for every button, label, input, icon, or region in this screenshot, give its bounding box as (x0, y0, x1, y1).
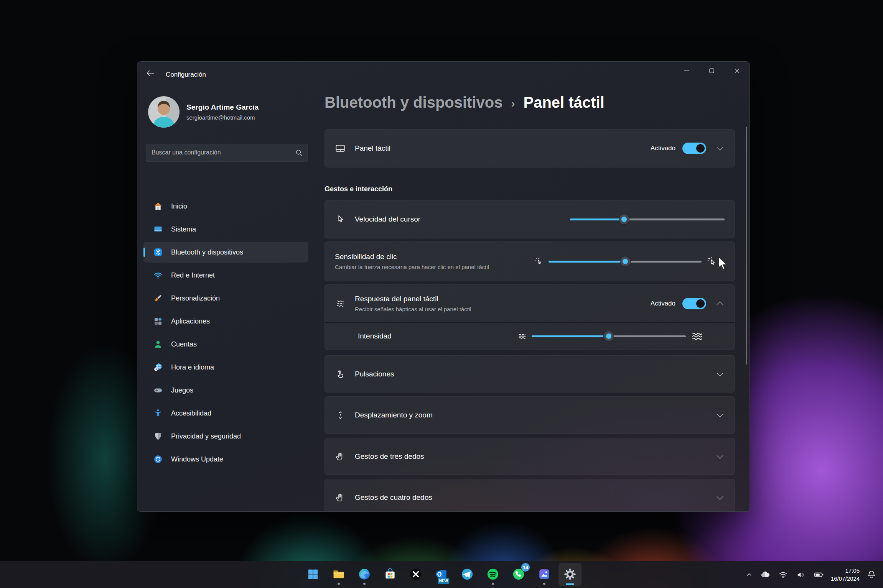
settings-button[interactable] (558, 563, 582, 586)
clock[interactable]: 17:05 16/07/2024 (831, 567, 860, 583)
user-email: sergioartime@hotmail.com (186, 114, 259, 121)
close-button[interactable] (724, 62, 750, 79)
chevron-down-icon (717, 411, 723, 417)
sidebar-item-cuentas[interactable]: Cuentas (143, 334, 308, 355)
file-explorer-button[interactable] (327, 563, 350, 586)
notification-bell-dnd-icon[interactable]: z (865, 568, 878, 581)
sidebar-item-privacidad-y-seguridad[interactable]: Privacidad y seguridad (143, 426, 308, 447)
haptics-status: Activado (651, 300, 675, 307)
sidebar-item-aplicaciones[interactable]: Aplicaciones (143, 311, 308, 332)
battery-icon[interactable] (812, 568, 825, 581)
search-box[interactable] (146, 144, 308, 161)
chevron-up-icon (717, 301, 723, 308)
time-language-icon (153, 363, 163, 372)
four-finger-expand-button[interactable] (715, 493, 725, 502)
telegram-icon (461, 568, 474, 581)
chevron-down-icon (717, 370, 723, 376)
cursor-speed-slider-thumb[interactable] (619, 214, 629, 224)
haptics-collapse-button[interactable] (715, 299, 725, 308)
back-button[interactable] (143, 67, 158, 79)
clock-time: 17:05 (831, 567, 860, 575)
spotify-icon (486, 568, 499, 581)
scrollbar[interactable] (746, 127, 747, 365)
photos-button[interactable] (533, 563, 556, 586)
sidebar-item-windows-update[interactable]: Windows Update (143, 449, 308, 470)
volume-icon[interactable] (795, 569, 807, 581)
click-sensitivity-slider-thumb[interactable] (620, 256, 630, 266)
haptics-row: Respuesta del panel táctil Recibir señal… (325, 285, 735, 322)
sidebar-item-accesibilidad[interactable]: Accesibilidad (143, 403, 308, 424)
sidebar-item-inicio[interactable]: Inicio (143, 196, 308, 217)
running-indicator (492, 583, 494, 585)
minimize-button[interactable] (674, 62, 699, 79)
touchpad-master-row: Panel táctil Activado (325, 129, 735, 168)
wifi-icon[interactable] (777, 569, 789, 581)
personalization-brush-icon (153, 294, 163, 303)
spotify-button[interactable] (481, 563, 504, 586)
running-indicator (543, 583, 545, 585)
sidebar-item-hora-e-idioma[interactable]: Hora e idioma (143, 357, 308, 378)
tap-gesture-icon (335, 369, 346, 379)
sidebar-item-bluetooth-y-dispositivos[interactable]: Bluetooth y dispositivos (143, 242, 308, 263)
haptic-waves-icon (335, 298, 346, 309)
settings-content: Panel táctil Activado Gestos e interacci… (325, 129, 735, 512)
sidebar-item-sistema[interactable]: Sistema (143, 219, 308, 240)
intensity-slider[interactable] (532, 335, 686, 337)
microsoft-store-icon (384, 568, 397, 581)
search-input[interactable] (146, 149, 296, 156)
onedrive-icon[interactable] (759, 568, 771, 581)
three-finger-expand-button[interactable] (715, 452, 725, 461)
touchpad-icon (335, 143, 346, 154)
three-finger-label: Gestos de tres dedos (355, 452, 424, 461)
shield-icon (153, 432, 163, 441)
touchpad-expand-button[interactable] (715, 144, 725, 153)
edge-icon (358, 568, 371, 581)
telegram-button[interactable] (456, 563, 479, 586)
haptics-toggle[interactable] (682, 298, 706, 309)
four-finger-row[interactable]: Gestos de cuatro dedos (325, 479, 735, 512)
sidebar-nav: Inicio Sistema Bluetooth y dispositivos (143, 196, 308, 470)
touchpad-toggle[interactable] (682, 143, 706, 154)
whatsapp-button[interactable]: 14 (507, 563, 530, 586)
cursor-icon (335, 214, 346, 224)
intensity-row: Intensidad (325, 323, 735, 350)
minimize-icon (684, 68, 689, 73)
scroll-zoom-row[interactable]: Desplazamiento y zoom (325, 396, 735, 434)
haptics-subtitle: Recibir señales hápticas al usar el pane… (355, 306, 471, 312)
microsoft-store-button[interactable] (379, 563, 402, 586)
chevron-up-icon (746, 572, 752, 578)
click-sensitivity-row: Sensibilidad de clic Cambiar la fuerza n… (325, 241, 735, 281)
running-indicator (338, 583, 340, 585)
maximize-button[interactable] (699, 62, 724, 79)
hidden-icons-chevron[interactable] (745, 570, 753, 579)
click-sensitivity-slider[interactable] (549, 261, 702, 263)
sidebar-item-red-e-internet[interactable]: Red e Internet (143, 265, 308, 286)
taskbar: NEW 14 (0, 561, 883, 588)
user-name: Sergio Artime García (186, 103, 259, 112)
sidebar: Sergio Artime García sergioartime@hotmai… (137, 83, 321, 511)
window-title: Configuración (166, 71, 206, 79)
start-button[interactable] (301, 563, 325, 586)
intensity-slider-thumb[interactable] (604, 331, 614, 341)
breadcrumb-parent[interactable]: Bluetooth y dispositivos (325, 94, 502, 111)
taps-row[interactable]: Pulsaciones (325, 355, 735, 393)
three-finger-row[interactable]: Gestos de tres dedos (325, 438, 735, 475)
four-finger-label: Gestos de cuatro dedos (355, 493, 432, 502)
outlook-button[interactable]: NEW (430, 563, 453, 586)
accessibility-person-icon (153, 409, 163, 418)
scroll-zoom-label: Desplazamiento y zoom (355, 411, 433, 419)
arrow-left-icon (147, 70, 154, 76)
windows-start-icon (307, 568, 319, 580)
system-tray: 17:05 16/07/2024 z (745, 561, 878, 588)
sidebar-item-personalizacion[interactable]: Personalización (143, 288, 308, 309)
account-person-icon (153, 340, 163, 349)
chevron-down-icon (717, 452, 723, 458)
user-profile[interactable]: Sergio Artime García sergioartime@hotmai… (148, 96, 259, 128)
titlebar: Configuración (137, 62, 750, 83)
taps-expand-button[interactable] (715, 370, 725, 379)
cursor-speed-slider[interactable] (570, 218, 725, 220)
edge-button[interactable] (353, 563, 376, 586)
scroll-zoom-expand-button[interactable] (715, 411, 725, 420)
x-twitter-button[interactable] (404, 563, 427, 586)
sidebar-item-juegos[interactable]: Juegos (143, 380, 308, 401)
